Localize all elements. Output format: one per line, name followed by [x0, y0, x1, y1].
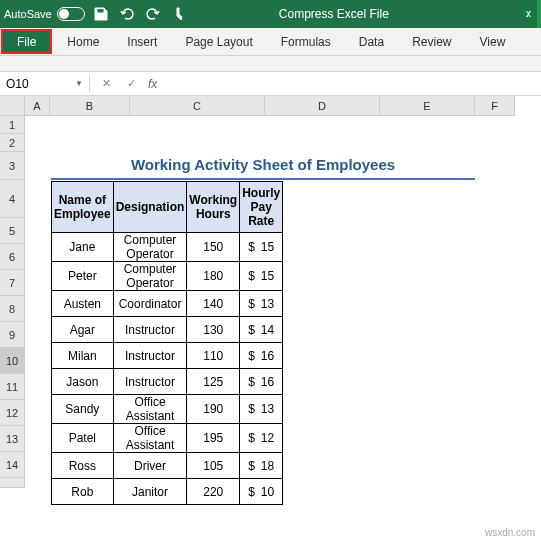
cell-designation[interactable]: Office Assistant	[113, 395, 187, 424]
select-all-corner[interactable]	[0, 96, 25, 116]
row-header[interactable]: 3	[0, 152, 25, 180]
col-header-b[interactable]: B	[50, 96, 130, 116]
cell-designation[interactable]: Coordinator	[113, 291, 187, 317]
cell-rate[interactable]: $16	[240, 369, 283, 395]
th-name[interactable]: Name of Employee	[52, 182, 114, 233]
undo-icon[interactable]	[119, 6, 135, 22]
cell-designation[interactable]: Instructor	[113, 369, 187, 395]
th-designation[interactable]: Designation	[113, 182, 187, 233]
cell-name[interactable]: Austen	[52, 291, 114, 317]
cell-designation[interactable]: Instructor	[113, 343, 187, 369]
col-header-a[interactable]: A	[25, 96, 50, 116]
ribbon-tabs: File Home Insert Page Layout Formulas Da…	[0, 28, 541, 56]
table-row[interactable]: Jane Computer Operator 150 $15	[52, 233, 283, 262]
column-header-row: A B C D E F	[0, 96, 541, 116]
tab-page-layout[interactable]: Page Layout	[171, 28, 266, 55]
cell-hours[interactable]: 150	[187, 233, 240, 262]
formula-bar: O10 ▼ ✕ ✓ fx	[0, 72, 541, 96]
cell-name[interactable]: Milan	[52, 343, 114, 369]
cell-name[interactable]: Sandy	[52, 395, 114, 424]
row-header[interactable]: 1	[0, 116, 25, 134]
row-header[interactable]	[0, 478, 25, 488]
cell-designation[interactable]: Computer Operator	[113, 233, 187, 262]
table-row[interactable]: Jason Instructor 125 $16	[52, 369, 283, 395]
fx-icon[interactable]: fx	[148, 77, 157, 91]
cell-rate[interactable]: $13	[240, 395, 283, 424]
row-header[interactable]: 4	[0, 180, 25, 218]
cell-hours[interactable]: 110	[187, 343, 240, 369]
cell-designation[interactable]: Computer Operator	[113, 262, 187, 291]
cell-rate[interactable]: $16	[240, 343, 283, 369]
cell-hours[interactable]: 105	[187, 453, 240, 479]
row-header[interactable]: 8	[0, 296, 25, 322]
cell-name[interactable]: Jane	[52, 233, 114, 262]
row-header[interactable]: 12	[0, 400, 25, 426]
save-icon[interactable]	[93, 6, 109, 22]
cell-hours[interactable]: 195	[187, 424, 240, 453]
table-row[interactable]: Milan Instructor 110 $16	[52, 343, 283, 369]
table-row[interactable]: Sandy Office Assistant 190 $13	[52, 395, 283, 424]
tab-insert[interactable]: Insert	[113, 28, 171, 55]
row-header[interactable]: 7	[0, 270, 25, 296]
tab-home[interactable]: Home	[53, 28, 113, 55]
tab-formulas[interactable]: Formulas	[267, 28, 345, 55]
row-header[interactable]: 14	[0, 452, 25, 478]
cell-hours[interactable]: 220	[187, 479, 240, 505]
excel-logo-icon	[521, 6, 537, 22]
table-row[interactable]: Ross Driver 105 $18	[52, 453, 283, 479]
cell-designation[interactable]: Instructor	[113, 317, 187, 343]
row-header[interactable]: 9	[0, 322, 25, 348]
cell-name[interactable]: Peter	[52, 262, 114, 291]
row-header[interactable]: 2	[0, 134, 25, 152]
cell-designation[interactable]: Janitor	[113, 479, 187, 505]
col-header-c[interactable]: C	[130, 96, 265, 116]
tab-view[interactable]: View	[466, 28, 520, 55]
col-header-e[interactable]: E	[380, 96, 475, 116]
autosave-label: AutoSave	[4, 8, 52, 20]
name-box[interactable]: O10 ▼	[0, 75, 90, 93]
autosave-toggle[interactable]: AutoSave	[4, 7, 85, 21]
tab-data[interactable]: Data	[345, 28, 398, 55]
cell-rate[interactable]: $10	[240, 479, 283, 505]
cell-rate[interactable]: $15	[240, 262, 283, 291]
cell-name[interactable]: Rob	[52, 479, 114, 505]
cell-hours[interactable]: 190	[187, 395, 240, 424]
cell-name[interactable]: Agar	[52, 317, 114, 343]
ribbon-collapsed	[0, 56, 541, 72]
cell-rate[interactable]: $15	[240, 233, 283, 262]
cell-name[interactable]: Ross	[52, 453, 114, 479]
th-rate[interactable]: Hourly Pay Rate	[240, 182, 283, 233]
tab-review[interactable]: Review	[398, 28, 465, 55]
row-header[interactable]: 10	[0, 348, 25, 374]
cell-rate[interactable]: $13	[240, 291, 283, 317]
table-row[interactable]: Peter Computer Operator 180 $15	[52, 262, 283, 291]
row-header[interactable]: 13	[0, 426, 25, 452]
cell-name[interactable]: Patel	[52, 424, 114, 453]
cell-rate[interactable]: $12	[240, 424, 283, 453]
cell-hours[interactable]: 130	[187, 317, 240, 343]
col-header-d[interactable]: D	[265, 96, 380, 116]
row-header[interactable]: 6	[0, 244, 25, 270]
cell-rate[interactable]: $18	[240, 453, 283, 479]
cell-rate[interactable]: $14	[240, 317, 283, 343]
toggle-off-icon[interactable]	[57, 7, 85, 21]
cell-hours[interactable]: 180	[187, 262, 240, 291]
table-row[interactable]: Patel Office Assistant 195 $12	[52, 424, 283, 453]
cell-designation[interactable]: Driver	[113, 453, 187, 479]
table-row[interactable]: Austen Coordinator 140 $13	[52, 291, 283, 317]
chevron-down-icon[interactable]: ▼	[75, 79, 83, 88]
cell-name[interactable]: Jason	[52, 369, 114, 395]
cancel-icon: ✕	[98, 77, 115, 90]
cell-hours[interactable]: 140	[187, 291, 240, 317]
cell-reference: O10	[6, 77, 29, 91]
cell-designation[interactable]: Office Assistant	[113, 424, 187, 453]
cell-hours[interactable]: 125	[187, 369, 240, 395]
table-row[interactable]: Agar Instructor 130 $14	[52, 317, 283, 343]
col-header-f[interactable]: F	[475, 96, 515, 116]
table-row[interactable]: Rob Janitor 220 $10	[52, 479, 283, 505]
row-header[interactable]: 5	[0, 218, 25, 244]
title-underline	[51, 178, 475, 180]
row-header[interactable]: 11	[0, 374, 25, 400]
tab-file[interactable]: File	[1, 29, 52, 54]
th-hours[interactable]: Working Hours	[187, 182, 240, 233]
